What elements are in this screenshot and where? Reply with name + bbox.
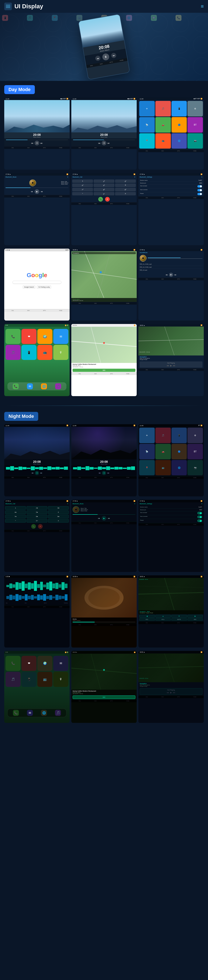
- day-screenshots-row4: 9:41📶 🔋 📞 ❤ 🌍 ✉ 🎵 📱 📺 🎙 📞 ✉ 🌐 🎵: [4, 324, 204, 396]
- svg-line-5: [91, 327, 101, 363]
- status-bar-3: 11:44◀ BT WiFi 📶: [139, 97, 204, 100]
- day-screenshots-row1: 11:44◀ ▶ WiFi 📶 20:08 Music Album ⏮ ⏸ ⏭ …: [4, 97, 204, 170]
- night-apps-card: 11:44BT 📶 ✈ 🎵 📱 ⚙ 📡 🚗 🔵 BT 📍 📺 🌐 📷: [139, 424, 204, 496]
- night-music-time-1: 20:08: [4, 460, 69, 463]
- day-google-card: 1:03 ■WiFi Google Google Search I'm Feel…: [4, 249, 69, 321]
- night-bt-music-card: 17:44 ●📶 Bluetooth_Music✕ Music Title Mu…: [71, 500, 137, 572]
- svg-line-8: [164, 326, 174, 355]
- day-bt-settings-card: 17:44 ●📶 Bluetooth_Settings✕ Device name…: [139, 173, 204, 245]
- day-map-card: 18:25 ●📶 Navigation Route active 18:35 E…: [71, 249, 137, 321]
- night-status-6: 17:44 ●📶: [139, 500, 204, 502]
- svg-line-14: [71, 668, 137, 673]
- day-music-card-2: 11:44◀ ▶ WiFi 📶 20:08 Music Artist ⏮ ⏸ ⏭…: [71, 97, 137, 170]
- night-mode-section: Night Mode 11:44📶 20:08 Music Album: [0, 407, 208, 730]
- svg-line-4: [71, 341, 137, 347]
- go-button[interactable]: GO: [72, 369, 136, 372]
- lm-file-3: 华乐_03.mp3: [140, 269, 202, 272]
- night-screenshots-row2: 17:44 ●📶 Bluetooth_Call✕ 1 2● 3● 4● 5● 6…: [4, 500, 204, 572]
- night-status-5: 17:44 ●📶: [71, 500, 137, 502]
- day-iphone-card: 9:41📶 🔋 📞 ❤ 🌍 ✉ 🎵 📱 📺 🎙 📞 ✉ 🌐 🎵: [4, 324, 69, 396]
- day-screenshots-row2: 17:44 ●📶 Bluetooth_Music✕ Music Title Mu…: [4, 173, 204, 245]
- night-screenshots-row3: 1:03 ■📶: [4, 575, 204, 648]
- svg-text:18:19 ETA   9.0 mi: 18:19 ETA 9.0 mi: [139, 678, 148, 679]
- night-status-9: 18:01 ●📶: [139, 575, 204, 578]
- night-restaurant-card: 18:39 ●📶 Sunny Coffee Modern Restaurant …: [71, 651, 137, 723]
- svg-line-15: [91, 654, 101, 690]
- not-playing-label: Not Playing: [140, 362, 202, 364]
- day-bt-music-card: 17:44 ●📶 Bluetooth_Music✕ Music Title Mu…: [4, 173, 69, 245]
- night-music-card-2: 11:44📶 20:08 Music Artist: [71, 424, 137, 496]
- lm-file-1: 华乐_01_FXSR_mp3: [140, 263, 202, 266]
- day-restaurant-card: 18:39 ●📶 Sunny Coffee Modern Restaurant …: [71, 324, 137, 396]
- status-bar-6: 17:44 ●📶: [139, 173, 204, 176]
- svg-line-2: [98, 251, 110, 298]
- lm-file-2: 华乐_02_FXSR_mp3: [140, 266, 202, 269]
- night-not-playing-card: 18:01 ●📶 18:19 ETA 9.0 mi Navigation Sta…: [139, 651, 204, 723]
- day-mode-section: Day Mode 11:44◀ ▶ WiFi 📶 20:08 Music Alb…: [0, 81, 208, 404]
- night-status-2: 11:44📶: [71, 424, 137, 427]
- day-music-card-1: 11:44◀ ▶ WiFi 📶 20:08 Music Album ⏮ ⏸ ⏭ …: [4, 97, 69, 170]
- night-food-card: 18:39 ●📶 Media Video content DIALNAVIAPT…: [71, 575, 137, 648]
- night-status-10: 18:01 ●📶: [139, 651, 204, 654]
- svg-line-18: [164, 654, 174, 682]
- hero-section: 📱 🎵 📍 ⚙️ 📷 🌐 💬 📞 20:08 Music Album ⏮ ⏸ ⏭: [0, 13, 208, 81]
- restaurant-name: Sunny Coffee Modern Restaurant: [72, 364, 136, 365]
- status-bar-2: 11:44◀ ▶ WiFi 📶: [71, 97, 137, 100]
- night-bt-call-card: 17:44 ●📶 Bluetooth_Call✕ 1 2● 3● 4● 5● 6…: [4, 500, 69, 572]
- night-iphone-card: 9:41📶 🔋 📞 ❤ 🌍 ✉ 🎵 📱 📺 🎙 📞 ✉ 🌐 🎵: [4, 651, 69, 723]
- svg-point-6: [103, 342, 105, 344]
- day-screenshots-row3: 1:03 ■WiFi Google Google Search I'm Feel…: [4, 249, 204, 321]
- svg-line-17: [139, 667, 204, 668]
- page-title: UI Display: [14, 3, 43, 10]
- day-mode-label: Day Mode: [4, 85, 35, 94]
- night-bt-settings-card: 17:44 ●📶 Bluetooth_Settings✕ Device name…: [139, 500, 204, 572]
- section-divider-1: [4, 406, 204, 406]
- day-bt-call-card: 17:44 ●📶 Bluetooth_Call✕ 1 2● 3● 4● 5● 6…: [71, 173, 137, 245]
- day-apps-card: 11:44◀ BT WiFi 📶 ✈ 🎵 📱 ⚙ 📡 🚗 🔵 BT 📍 📺 🌐 …: [139, 97, 204, 170]
- day-music-time-2: 20:08: [71, 133, 137, 137]
- night-music-card-1: 11:44📶 20:08 Music Album: [4, 424, 69, 496]
- night-screenshots-row4: 9:41📶 🔋 📞 ❤ 🌍 ✉ 🎵 📱 📺 🎙 📞 ✉ 🌐 🎵: [4, 651, 204, 723]
- night-nav-card: 18:01 ●📶 18:19 ETA 9.0 mi Navigation - N…: [139, 575, 204, 648]
- day-local-music-card: 17:44 ●📶 SocialMusic 华乐_01_FXSR_mp3 华乐_0…: [139, 249, 204, 321]
- header-left: UI Display: [4, 3, 43, 10]
- night-waveform-card: 1:03 ■📶: [4, 575, 69, 648]
- svg-point-16: [103, 669, 105, 671]
- status-bar-np: 18:01 ●📶: [139, 324, 204, 326]
- svg-line-10: [139, 592, 204, 594]
- status-bar-map: 18:25 ●📶: [71, 249, 137, 251]
- night-status-1: 11:44📶: [4, 424, 69, 427]
- header: UI Display ≡: [0, 0, 208, 13]
- night-status-4: 17:44 ●📶: [4, 500, 69, 502]
- svg-point-3: [100, 271, 102, 273]
- night-status-3: 11:44BT 📶: [139, 424, 204, 427]
- night-screenshots-row1: 11:44📶 20:08 Music Album: [4, 424, 204, 496]
- svg-text:18:19 ETA   9.0 mi: 18:19 ETA 9.0 mi: [139, 352, 150, 353]
- hamburger-icon[interactable]: [4, 3, 12, 10]
- day-not-playing-card: 18:01 ●📶 18:19 ETA 9.0 mi Navigation Sta…: [139, 324, 204, 396]
- svg-line-11: [164, 578, 174, 610]
- status-bar-lm: 17:44 ●📶: [139, 249, 204, 251]
- day-music-time-1: 20:08: [4, 133, 69, 137]
- night-status-8: 18:39 ●📶: [71, 575, 137, 578]
- svg-line-7: [139, 339, 204, 341]
- status-bar-5: 17:44 ●📶: [71, 173, 137, 176]
- svg-line-12: [139, 586, 204, 588]
- svg-line-0: [85, 251, 104, 298]
- status-bar-1: 11:44◀ ▶ WiFi 📶: [4, 97, 69, 100]
- status-bar-4: 17:44 ●📶: [4, 173, 69, 176]
- night-music-time-2: 20:08: [71, 460, 137, 463]
- night-mode-label: Night Mode: [4, 412, 38, 421]
- night-status-7: 1:03 ■📶: [4, 575, 69, 578]
- menu-icon[interactable]: ≡: [201, 3, 204, 10]
